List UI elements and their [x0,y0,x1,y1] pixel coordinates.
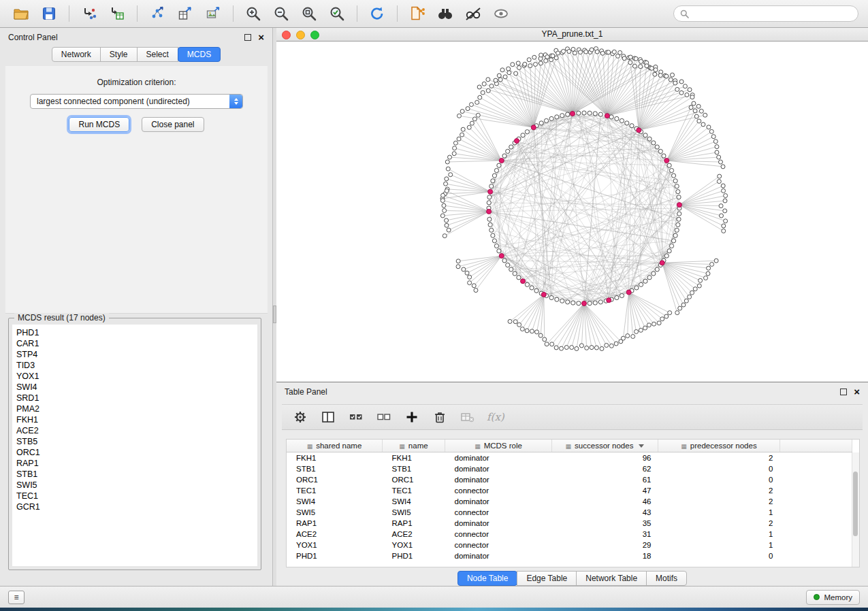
network-leaf-node[interactable] [444,182,448,186]
network-leaf-node[interactable] [478,95,482,99]
network-node[interactable] [517,276,521,280]
network-leaf-node[interactable] [453,141,457,145]
network-leaf-node[interactable] [634,56,638,61]
minimize-window-icon[interactable] [296,31,305,39]
zoom-selected-button[interactable] [325,3,349,24]
network-node[interactable] [491,233,495,237]
network-leaf-node[interactable] [443,208,447,212]
network-leaf-node[interactable] [722,229,726,233]
tab-network-table[interactable]: Network Table [576,571,647,586]
network-leaf-node[interactable] [689,105,693,110]
network-leaf-node[interactable] [472,117,477,121]
criterion-dropdown[interactable]: largest connected component (undirected) [30,94,243,109]
network-leaf-node[interactable] [692,101,696,105]
import-table-button[interactable] [106,3,129,24]
table-row[interactable]: PHD1PHD1dominator180 [287,550,852,561]
network-node[interactable] [549,295,553,299]
network-leaf-node[interactable] [715,150,719,154]
network-node[interactable] [675,228,679,232]
network-node[interactable] [487,195,492,199]
network-leaf-node[interactable] [664,74,669,78]
network-leaf-node[interactable] [474,288,478,293]
network-node[interactable] [560,299,564,303]
network-hub-node[interactable] [488,189,493,194]
table-row[interactable]: SWI5SWI5connector431 [287,507,852,518]
refresh-layout-button[interactable] [366,3,389,24]
network-leaf-node[interactable] [469,103,473,107]
network-node[interactable] [502,259,507,263]
network-node[interactable] [655,145,659,149]
table-row[interactable]: ORC1ORC1dominator610 [287,474,852,485]
network-leaf-node[interactable] [445,188,449,193]
network-node[interactable] [555,115,559,119]
network-leaf-node[interactable] [507,67,511,71]
network-node[interactable] [506,263,510,267]
network-leaf-node[interactable] [573,51,577,55]
network-leaf-node[interactable] [679,90,684,95]
network-leaf-node[interactable] [721,165,725,169]
network-hub-node[interactable] [499,159,504,163]
network-node[interactable] [530,286,534,290]
network-leaf-node[interactable] [460,110,464,114]
network-node[interactable] [588,301,592,306]
network-leaf-node[interactable] [657,321,661,325]
network-node[interactable] [489,184,494,188]
network-node[interactable] [630,124,634,128]
mcds-node-item[interactable]: SRD1 [16,393,257,403]
network-leaf-node[interactable] [721,184,725,188]
close-panel-icon[interactable]: × [258,34,264,41]
network-node[interactable] [577,111,581,115]
network-leaf-node[interactable] [440,214,445,218]
mcds-node-item[interactable]: TEC1 [16,491,257,501]
network-node[interactable] [544,118,548,122]
mcds-node-item[interactable]: RAP1 [16,458,257,469]
network-leaf-node[interactable] [690,95,694,99]
show-selection-button[interactable] [489,3,513,24]
network-hub-node[interactable] [570,112,575,116]
network-leaf-node[interactable] [489,84,494,88]
network-leaf-node[interactable] [595,50,599,54]
network-leaf-node[interactable] [717,180,721,184]
table-row[interactable]: STB1STB1dominator620 [287,463,852,474]
network-leaf-node[interactable] [507,71,511,75]
network-leaf-node[interactable] [703,113,707,117]
network-leaf-node[interactable] [457,137,461,141]
network-leaf-node[interactable] [447,228,451,232]
column-header-shared-name[interactable]: ▦shared name [287,440,383,452]
network-leaf-node[interactable] [453,146,457,150]
open-file-button[interactable] [10,3,33,24]
network-leaf-node[interactable] [467,125,471,129]
network-hub-node[interactable] [515,139,519,144]
mcds-node-item[interactable]: GCR1 [16,501,257,512]
mcds-node-item[interactable]: TID3 [16,360,257,371]
network-leaf-node[interactable] [486,88,490,93]
network-hub-node[interactable] [605,114,609,118]
mcds-node-item[interactable]: SWI5 [16,480,257,491]
network-node[interactable] [634,286,639,290]
run-mcds-button[interactable]: Run MCDS [69,117,129,132]
network-leaf-node[interactable] [549,58,553,62]
network-leaf-node[interactable] [699,109,703,113]
network-leaf-node[interactable] [685,93,689,97]
network-leaf-node[interactable] [445,160,449,164]
network-node[interactable] [615,116,619,120]
network-leaf-node[interactable] [609,344,613,348]
tab-edge-table[interactable]: Edge Table [517,571,577,586]
maximize-window-icon[interactable] [310,31,319,39]
network-leaf-node[interactable] [660,317,664,321]
table-scrollbar-thumb[interactable] [853,472,858,536]
network-leaf-node[interactable] [562,49,566,53]
network-leaf-node[interactable] [456,265,460,269]
network-leaf-node[interactable] [441,193,445,197]
network-node[interactable] [593,301,597,305]
network-leaf-node[interactable] [724,219,728,223]
table-scrollbar[interactable] [852,452,859,567]
network-leaf-node[interactable] [477,85,481,89]
network-leaf-node[interactable] [600,346,604,350]
network-leaf-node[interactable] [523,62,527,66]
zoom-fit-button[interactable] [298,3,321,24]
network-leaf-node[interactable] [476,113,480,117]
tab-style[interactable]: Style [100,47,138,62]
network-leaf-node[interactable] [539,61,543,65]
network-leaf-node[interactable] [684,299,688,303]
